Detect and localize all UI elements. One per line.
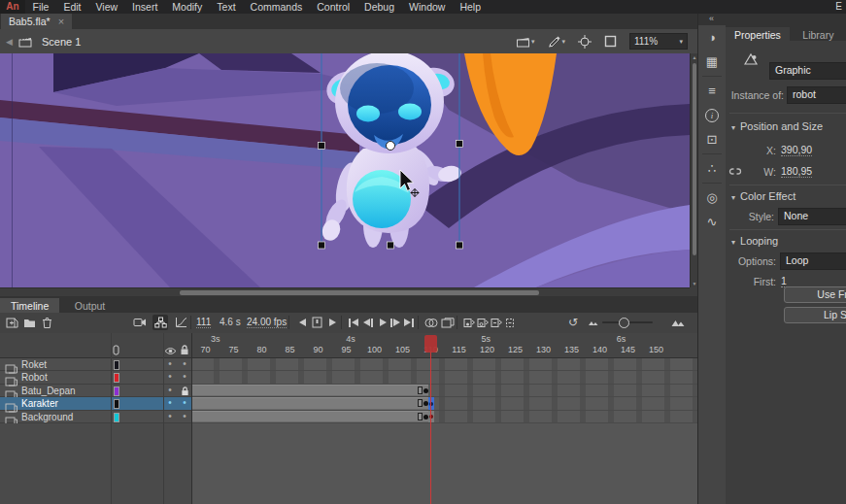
transform-handle[interactable] xyxy=(319,143,325,150)
timeline-zoom-out-icon[interactable] xyxy=(585,315,600,330)
symbol-type-select[interactable]: Graphic xyxy=(769,62,846,80)
remove-frame-button[interactable] xyxy=(502,315,518,330)
menu-item-insert[interactable]: Insert xyxy=(125,0,165,14)
close-tab-icon[interactable]: × xyxy=(58,14,64,29)
menu-item-text[interactable]: Text xyxy=(210,0,243,14)
layer-visibility-dot[interactable]: • xyxy=(165,397,175,409)
menu-item-help[interactable]: Help xyxy=(453,0,489,14)
back-icon[interactable]: ◀ xyxy=(6,37,13,47)
loop-options-select[interactable]: Loop xyxy=(780,252,846,270)
camera-button[interactable] xyxy=(132,315,148,330)
menu-item-debug[interactable]: Debug xyxy=(357,0,402,14)
tab-timeline[interactable]: Timeline xyxy=(0,298,59,315)
app-logo[interactable]: An xyxy=(0,0,25,14)
vertical-scroll-thumb[interactable] xyxy=(693,63,696,255)
scene-name[interactable]: Scene 1 xyxy=(42,36,81,48)
menu-item-window[interactable]: Window xyxy=(402,0,453,14)
align-icon[interactable]: ≡ xyxy=(698,79,726,103)
section-position-and-size[interactable]: ▾Position and Size xyxy=(731,120,823,132)
layer-visibility-dot[interactable]: • xyxy=(165,411,175,422)
layer-visibility-dot[interactable]: • xyxy=(165,371,175,383)
section-looping[interactable]: ▾Looping xyxy=(731,235,778,247)
zoom-level-select[interactable]: 111% ▾ xyxy=(629,33,688,50)
use-frame-picker-button[interactable]: Use Fra xyxy=(784,286,846,303)
section-color-effect[interactable]: ▾Color Effect xyxy=(731,190,795,202)
collapse-panels-icon[interactable]: « xyxy=(709,14,714,23)
transform-handle[interactable] xyxy=(319,242,325,249)
show-parenting-view-button[interactable] xyxy=(152,315,168,330)
cc-libraries-icon[interactable]: ◎ xyxy=(698,185,726,210)
w-value[interactable]: 180,95 xyxy=(781,165,812,178)
stage-canvas[interactable] xyxy=(0,53,690,287)
layer-outline-color[interactable] xyxy=(114,399,119,409)
layer-outline-color[interactable] xyxy=(114,360,119,370)
layer-lock-dot[interactable]: • xyxy=(180,411,189,422)
x-value[interactable]: 390,90 xyxy=(781,144,812,156)
info-icon[interactable]: i xyxy=(698,103,726,127)
transform-icon[interactable]: ⊡ xyxy=(698,127,726,151)
go-to-first-frame-button[interactable] xyxy=(346,315,361,330)
tab-output[interactable]: Output xyxy=(64,298,117,315)
brush-library-icon[interactable]: ∴ xyxy=(698,156,726,181)
layer-outline-color[interactable] xyxy=(114,373,119,383)
layer-lock-dot[interactable]: • xyxy=(180,397,189,409)
timeline-ruler[interactable]: 3s4s5s6s70758085909510010511011512012513… xyxy=(191,333,697,358)
menu-item-commands[interactable]: Commands xyxy=(243,0,310,14)
timeline-zoom-slider-knob[interactable] xyxy=(619,318,629,328)
menu-item-edit[interactable]: Edit xyxy=(56,0,88,14)
playhead-marker[interactable] xyxy=(424,335,437,353)
delete-layer-button[interactable] xyxy=(39,315,54,330)
outline-color-column-icon[interactable] xyxy=(113,342,119,359)
menu-item-view[interactable]: View xyxy=(88,0,125,14)
transform-handle[interactable] xyxy=(457,141,463,148)
layer-frames-roket[interactable] xyxy=(191,358,697,371)
lock-icon[interactable] xyxy=(180,342,189,359)
motion-editor-icon[interactable]: ∿ xyxy=(698,210,726,234)
frame-grid[interactable] xyxy=(191,358,697,423)
reset-timeline-zoom-button[interactable]: ↺ xyxy=(565,315,581,330)
edit-multiple-frames-button[interactable] xyxy=(440,315,456,330)
new-layer-button[interactable] xyxy=(4,315,19,330)
style-select[interactable]: None xyxy=(778,208,846,225)
timeline-zoom-slider[interactable] xyxy=(602,321,653,323)
link-width-height-icon[interactable] xyxy=(728,163,742,181)
clip-content-icon[interactable] xyxy=(604,35,617,48)
edit-symbols-icon[interactable]: ▾ xyxy=(547,35,565,48)
graph-editor-button[interactable] xyxy=(173,315,188,330)
layer-visibility-dot[interactable]: • xyxy=(165,385,175,396)
go-to-last-frame-button[interactable] xyxy=(401,315,417,330)
step-back-icon[interactable] xyxy=(294,315,310,330)
step-back-one-frame-button[interactable] xyxy=(360,315,376,330)
center-stage-icon[interactable] xyxy=(578,35,592,49)
tab-properties[interactable]: Properties xyxy=(726,27,790,43)
transform-handle[interactable] xyxy=(388,242,394,249)
current-frame-value[interactable]: 111 xyxy=(196,317,211,328)
layer-visibility-dot[interactable]: • xyxy=(165,358,175,370)
timeline-zoom-in-icon[interactable] xyxy=(670,315,686,330)
center-playhead-icon[interactable] xyxy=(309,315,324,330)
instance-name-field[interactable]: robot xyxy=(787,86,846,104)
transformation-point[interactable] xyxy=(387,142,395,151)
document-tab[interactable]: Bab5.fla* × xyxy=(1,14,72,29)
elapsed-time-value[interactable]: 4.6 s xyxy=(220,317,241,327)
menu-item-file[interactable]: File xyxy=(25,0,56,14)
lip-syncing-button[interactable]: Lip S xyxy=(784,307,846,323)
menu-item-modify[interactable]: Modify xyxy=(165,0,210,14)
color-panel-icon[interactable]: ◑ xyxy=(698,25,726,50)
new-folder-button[interactable] xyxy=(21,315,37,330)
layer-frames-robot[interactable] xyxy=(191,371,697,384)
frame-rate-value[interactable]: 24.00 fps xyxy=(247,317,287,328)
eye-icon[interactable] xyxy=(164,342,177,359)
layer-lock-dot[interactable]: • xyxy=(180,371,189,383)
transform-handle[interactable] xyxy=(457,242,463,249)
layer-frames-karakter[interactable] xyxy=(191,397,697,410)
layer-outline-color[interactable] xyxy=(114,386,119,396)
tab-library[interactable]: Library xyxy=(794,27,842,43)
layer-frames-batu_depan[interactable] xyxy=(191,385,697,397)
menu-item-control[interactable]: Control xyxy=(310,0,357,14)
step-forward-icon[interactable] xyxy=(324,315,340,330)
layer-frames-background[interactable] xyxy=(191,411,697,423)
layer-outline-color[interactable] xyxy=(114,413,119,422)
horizontal-scroll-thumb[interactable] xyxy=(180,290,539,295)
onion-skin-button[interactable] xyxy=(423,315,439,330)
